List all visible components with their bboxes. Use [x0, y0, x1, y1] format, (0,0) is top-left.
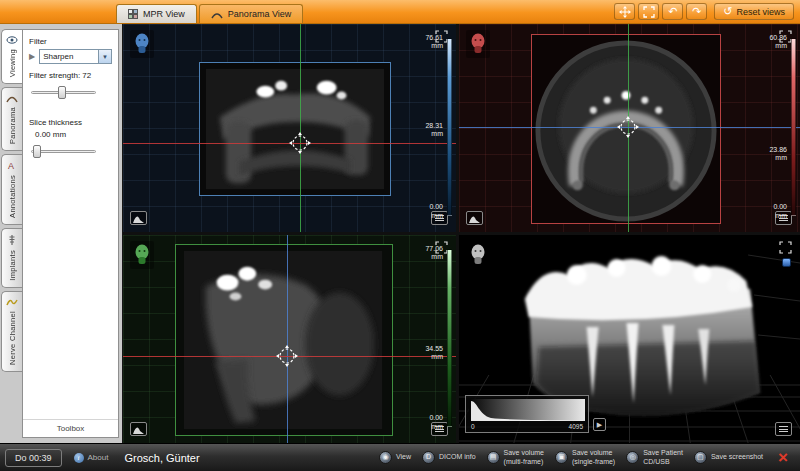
coronal-crosshair-vertical[interactable]: [300, 24, 301, 232]
volume-3d-viewport[interactable]: 0 4095 ▶: [459, 235, 800, 443]
save-screenshot-label: Save screenshot: [711, 453, 763, 461]
sagittal-scale: 77.06mm 34.55mm 0.00mm: [412, 245, 452, 431]
svg-text:A: A: [8, 161, 14, 171]
coronal-histogram-button[interactable]: [130, 211, 147, 225]
reset-icon: ↺: [723, 5, 732, 18]
dicom-info-label: DICOM info: [439, 453, 476, 461]
viewport-grid: 76.61mm 28.31mm 0.00mm: [123, 24, 800, 443]
sidebar-tab-implants-label: Implants: [8, 250, 17, 281]
close-icon: ×: [778, 448, 788, 467]
redo-button[interactable]: ↷: [686, 3, 707, 20]
undo-icon: ↶: [668, 6, 677, 17]
about-label: About: [88, 453, 109, 462]
sagittal-image-frame: [175, 244, 393, 436]
sidebar-tabstrip: Viewing Panorama A Annotations Implants: [1, 29, 23, 372]
slider-thumb[interactable]: [33, 145, 41, 158]
close-button[interactable]: ×: [778, 449, 788, 466]
sagittal-crosshair-center[interactable]: [276, 345, 298, 367]
coronal-menu-button[interactable]: [431, 211, 448, 225]
mpr-grid-icon: [128, 9, 138, 19]
sagittal-ct-image: [176, 245, 392, 435]
head-icon-green: [134, 244, 150, 266]
volume-expand-button[interactable]: [779, 241, 792, 254]
tab-mpr-view[interactable]: MPR View: [116, 4, 197, 23]
statusbar-actions: ◉ View D DICOM info ▤ Save volume (multi…: [379, 449, 796, 466]
dicom-icon: D: [422, 451, 435, 464]
slice-thickness-slider[interactable]: [31, 143, 110, 159]
coronal-orientation-head: [130, 30, 154, 58]
save-volume-multiframe-button[interactable]: ▤ Save volume (multi-frame): [487, 449, 544, 465]
histogram-min-label: 0: [471, 423, 475, 430]
sagittal-viewport[interactable]: 77.06mm 34.55mm 0.00mm: [123, 235, 456, 443]
axial-crosshair-center[interactable]: [617, 116, 639, 138]
axial-viewport[interactable]: 60.86mm 23.86mm 0.00mm: [459, 24, 800, 232]
save-patient-label: Save Patient: [643, 449, 683, 457]
tab-mpr-view-label: MPR View: [143, 9, 185, 19]
implant-icon: [7, 234, 17, 246]
volume-cube-icon[interactable]: [782, 258, 791, 267]
reset-views-label: Reset views: [736, 7, 785, 17]
sagittal-scale-mid: 34.55mm: [425, 345, 443, 362]
cd-usb-icon: ◎: [626, 451, 639, 464]
tab-panorama-view[interactable]: Panorama View: [199, 4, 303, 23]
panorama-arc-icon: [211, 10, 223, 19]
filter-dropdown[interactable]: Sharpen ▼: [39, 49, 112, 64]
head-icon-blue: [134, 33, 150, 55]
sidebar-tab-implants[interactable]: Implants: [1, 228, 22, 288]
collapse-arrow-icon: ▶: [597, 421, 602, 429]
filter-strength-slider[interactable]: [31, 84, 110, 100]
volume-histogram-graph: [469, 399, 585, 421]
coronal-expand-button[interactable]: [435, 30, 448, 43]
patient-name: Grosch, Günter: [124, 452, 199, 464]
volume-menu-button[interactable]: [775, 422, 792, 436]
dicom-info-button[interactable]: D DICOM info: [422, 451, 476, 464]
view-icon: ◉: [379, 451, 392, 464]
histogram-icon: [132, 425, 145, 435]
axial-menu-button[interactable]: [775, 211, 792, 225]
sidebar-tab-viewing-label: Viewing: [8, 49, 17, 77]
histogram-max-label: 4095: [569, 423, 583, 430]
pan-tool-button[interactable]: [614, 3, 635, 20]
about-button[interactable]: i About: [74, 453, 109, 463]
app-window: MPR View Panorama View: [0, 0, 800, 471]
coronal-ct-image: [200, 63, 390, 195]
sagittal-expand-button[interactable]: [435, 241, 448, 254]
view-label: View: [396, 453, 411, 461]
save-patient-cd-usb-button[interactable]: ◎ Save Patient CD/USB: [626, 449, 683, 465]
coronal-crosshair-center[interactable]: [289, 132, 311, 154]
view-button[interactable]: ◉ View: [379, 451, 411, 464]
slice-thickness-label: Slice thickness: [29, 118, 112, 127]
axial-histogram-button[interactable]: [466, 211, 483, 225]
eye-icon: [6, 35, 18, 45]
sagittal-scale-bar[interactable]: [447, 249, 452, 427]
slider-thumb[interactable]: [58, 86, 66, 99]
coronal-viewport[interactable]: 76.61mm 28.31mm 0.00mm: [123, 24, 456, 232]
screenshot-icon: ▢: [694, 451, 707, 464]
sidebar-tab-nerve-channel[interactable]: Nerve Channel: [1, 291, 22, 372]
head-icon-red: [470, 33, 486, 55]
undo-button[interactable]: ↶: [662, 3, 683, 20]
histogram-collapse-button[interactable]: ▶: [593, 418, 606, 431]
collapse-arrow-icon[interactable]: ▶: [29, 52, 35, 61]
coronal-scale-bar[interactable]: [447, 38, 452, 216]
nerve-icon: [6, 297, 18, 307]
sagittal-crosshair-vertical[interactable]: [287, 235, 288, 443]
save-volume-singleframe-button[interactable]: ▣ Save volume (single-frame): [555, 449, 615, 465]
sagittal-orientation-head: [130, 241, 154, 269]
fullscreen-button[interactable]: [638, 3, 659, 20]
annotation-icon: A: [6, 160, 18, 171]
reset-views-button[interactable]: ↺ Reset views: [714, 3, 794, 20]
sidebar-tab-panorama[interactable]: Panorama: [1, 87, 22, 151]
filter-label: Filter: [29, 37, 112, 46]
volume-histogram-panel[interactable]: 0 4095: [465, 395, 589, 433]
save-singleframe-icon: ▣: [555, 451, 568, 464]
slider-track[interactable]: [31, 150, 96, 153]
save-screenshot-button[interactable]: ▢ Save screenshot: [694, 451, 763, 464]
sidebar-tab-viewing[interactable]: Viewing: [1, 29, 22, 84]
sidebar-tab-annotations[interactable]: A Annotations: [1, 154, 22, 225]
sagittal-menu-button[interactable]: [431, 422, 448, 436]
save-volume-multiframe-label: Save volume: [504, 449, 544, 457]
sagittal-histogram-button[interactable]: [130, 422, 147, 436]
coronal-scale-mid: 28.31mm: [425, 122, 443, 139]
axial-expand-button[interactable]: [779, 30, 792, 43]
